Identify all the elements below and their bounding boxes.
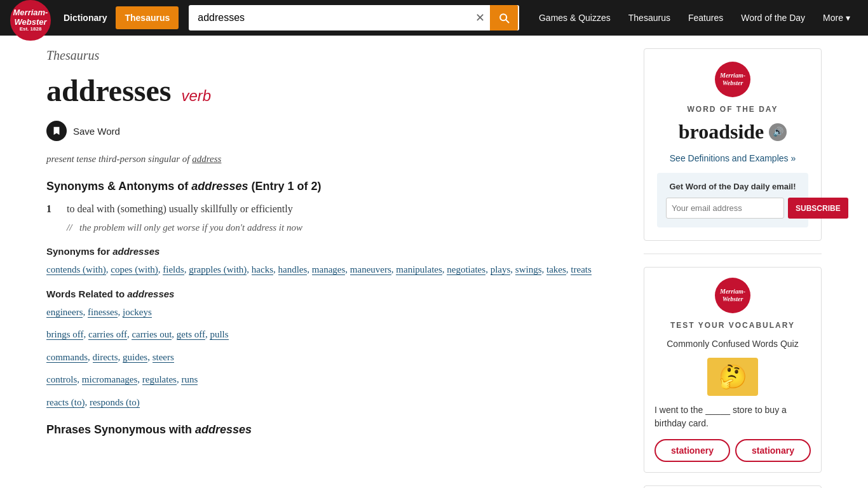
synonym-link[interactable]: hacks <box>252 264 273 275</box>
related-group: controls, micromanages, regulates, runs <box>46 372 618 388</box>
thesaurus-tab[interactable]: Thesaurus <box>116 6 179 29</box>
breadcrumb: Thesaurus <box>46 48 618 63</box>
nav-word-of-the-day[interactable]: Word of the Day <box>733 8 813 28</box>
related-word-link[interactable]: gets off <box>177 329 205 340</box>
related-group: commands, directs, guides, steers <box>46 349 618 366</box>
search-input[interactable] <box>190 12 470 24</box>
quiz-option-stationery[interactable]: stationery <box>654 439 730 462</box>
visual-vocab-card[interactable]: NAMB Test your visual vocabulary <box>644 485 822 488</box>
search-clear-button[interactable]: ✕ <box>470 11 490 25</box>
search-bar: ✕ <box>189 5 519 30</box>
nav-features[interactable]: Features <box>681 8 731 28</box>
nav-links: Games & Quizzes Thesaurus Features Word … <box>531 8 858 28</box>
synonyms-list: contends (with), copes (with), fields, g… <box>46 262 618 278</box>
navigation: Merriam- Webster Est. 1828 Dictionary Th… <box>0 0 868 36</box>
example-sentence: // the problem will only get worse if yo… <box>46 222 618 233</box>
divider <box>644 254 822 254</box>
dictionary-tab[interactable]: Dictionary <box>55 0 116 36</box>
phrases-heading: Phrases Synonymous with addresses <box>46 423 618 437</box>
related-word-link[interactable]: micromanages <box>82 374 137 385</box>
vocab-mw-logo: Merriam-Webster <box>715 278 750 313</box>
related-word-link[interactable]: steers <box>153 352 174 363</box>
wotd-label: WORD OF THE DAY <box>657 105 808 114</box>
sidebar: Merriam-Webster WORD OF THE DAY broadsid… <box>644 48 822 488</box>
search-submit-button[interactable] <box>490 5 518 30</box>
quiz-option-stationary[interactable]: stationary <box>735 439 811 462</box>
bookmark-icon <box>46 121 67 141</box>
wotd-see-link[interactable]: See Definitions and Examples » <box>670 153 796 163</box>
synonym-link[interactable]: grapples (with) <box>189 264 247 275</box>
related-group: reacts (to), responds (to) <box>46 395 618 411</box>
nav-games-quizzes[interactable]: Games & Quizzes <box>531 8 618 28</box>
related-word-link[interactable]: guides <box>123 352 147 363</box>
quiz-image: 🤔 <box>707 358 758 396</box>
present-tense-note: present tense third-person singular of a… <box>46 154 618 165</box>
logo[interactable]: Merriam- Webster Est. 1828 <box>10 0 51 41</box>
vocabulary-card: Merriam-Webster TEST YOUR VOCABULARY Com… <box>644 267 822 473</box>
synonym-link[interactable]: plays <box>491 264 511 275</box>
synonym-link[interactable]: swings <box>515 264 542 275</box>
subscribe-button[interactable]: SUBSCRIBE <box>788 198 848 219</box>
main-content: Thesaurus addresses verb Save Word prese… <box>27 36 841 488</box>
content-area: Thesaurus addresses verb Save Word prese… <box>46 48 618 488</box>
related-word-link[interactable]: finesses <box>88 307 118 318</box>
related-word-link[interactable]: regulates <box>142 374 177 385</box>
vocab-label: TEST YOUR VOCABULARY <box>654 321 811 330</box>
related-group: brings off, carries off, carries out, ge… <box>46 327 618 343</box>
related-word-link[interactable]: directs <box>93 352 118 363</box>
synonym-link[interactable]: maneuvers <box>350 264 391 275</box>
chevron-down-icon: ▾ <box>846 13 850 23</box>
synonym-link[interactable]: takes <box>546 264 566 275</box>
related-word-link[interactable]: carries off <box>88 329 127 340</box>
related-words-groups: engineers, finesses, jockeysbrings off, … <box>46 304 618 411</box>
related-word-link[interactable]: brings off <box>46 329 83 340</box>
email-signup: Get Word of the Day daily email! SUBSCRI… <box>657 173 808 227</box>
related-words-label: Words Related to addresses <box>46 288 618 299</box>
related-word-link[interactable]: carries out <box>132 329 172 340</box>
related-word-link[interactable]: jockeys <box>123 307 152 318</box>
synonym-link[interactable]: manages <box>312 264 345 275</box>
nav-more-button[interactable]: More ▾ <box>815 8 858 28</box>
definition-entry: 1 to deal with (something) usually skill… <box>46 203 618 215</box>
related-word-link[interactable]: engineers <box>46 307 83 318</box>
word-heading: addresses verb <box>46 73 618 108</box>
nav-thesaurus[interactable]: Thesaurus <box>621 8 678 28</box>
word-title: addresses <box>46 73 171 108</box>
synonyms-for-label: Synonyms for addresses <box>46 246 618 257</box>
quiz-options: stationery stationary <box>654 439 811 462</box>
related-word-link[interactable]: reacts (to) <box>46 397 85 408</box>
synonym-link[interactable]: negotiates <box>447 264 485 275</box>
synonym-link[interactable]: treats <box>571 264 591 275</box>
related-group: engineers, finesses, jockeys <box>46 304 618 321</box>
related-word-link[interactable]: pulls <box>210 329 228 340</box>
synonyms-antonyms-heading: Synonyms & Antonyms of addresses (Entry … <box>46 180 618 193</box>
synonym-link[interactable]: copes (with) <box>111 264 158 275</box>
related-word-link[interactable]: commands <box>46 352 88 363</box>
search-icon <box>498 11 510 24</box>
email-label: Get Word of the Day daily email! <box>666 182 799 191</box>
related-word-link[interactable]: controls <box>46 374 77 385</box>
synonym-link[interactable]: fields <box>163 264 184 275</box>
quiz-question: I went to the _____ store to buy a birth… <box>654 403 811 430</box>
word-of-the-day-card: Merriam-Webster WORD OF THE DAY broadsid… <box>644 48 822 241</box>
sidebar-mw-logo: Merriam-Webster <box>715 62 750 97</box>
synonym-link[interactable]: contends (with) <box>46 264 106 275</box>
synonym-link[interactable]: handles <box>278 264 308 275</box>
related-word-link[interactable]: responds (to) <box>90 397 140 408</box>
vocab-desc: Commonly Confused Words Quiz <box>654 339 811 349</box>
save-word-button[interactable]: Save Word <box>46 121 618 141</box>
wotd-word: broadside 🔊 <box>657 120 808 144</box>
email-input[interactable] <box>666 198 784 219</box>
word-pos: verb <box>181 87 211 105</box>
audio-icon[interactable]: 🔊 <box>769 123 787 141</box>
email-row: SUBSCRIBE <box>666 198 799 219</box>
bookmark-svg <box>52 126 61 136</box>
synonym-link[interactable]: manipulates <box>396 264 442 275</box>
related-word-link[interactable]: runs <box>181 374 198 385</box>
address-link[interactable]: address <box>192 154 221 164</box>
